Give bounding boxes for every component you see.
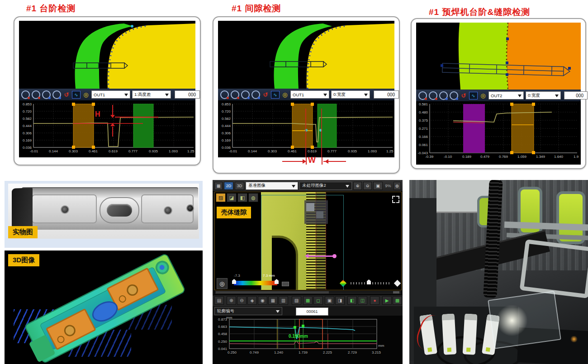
probe-icon[interactable] [21,90,30,99]
profile-number-field[interactable]: 00061 [296,307,328,316]
layers-icon[interactable]: ◎ [82,91,90,98]
tool-button[interactable]: ▩ [303,296,313,305]
output-select[interactable]: OUT1 [290,90,329,99]
mode-select[interactable]: 0:宽度 [331,90,370,99]
panel2-title: #1 间隙检测 [232,3,281,14]
waveform-icon[interactable]: ∿ [271,91,280,99]
chevron-down-icon [518,95,522,99]
tool-button[interactable]: ◉ [258,296,267,305]
tab-3d[interactable]: 3D [235,182,244,190]
tool-button[interactable]: ▥ [279,296,288,305]
view-mode-image-button[interactable]: ▨ [216,193,226,202]
base-image-select[interactable]: 基准图像 [246,182,298,190]
probe-icon[interactable] [220,90,229,99]
zoom-in-icon[interactable]: ⊕ [353,182,362,190]
zoom-in-icon[interactable] [42,90,51,99]
tool-button[interactable]: ▣ [325,296,334,305]
tab-2d[interactable]: 2D [224,182,233,190]
roi-rect-purple[interactable] [463,104,485,153]
y-tick: 0.458 [215,332,227,336]
tool-button[interactable]: ⊕ [227,296,236,305]
view-mode-gradient-button[interactable]: ◧ [237,193,247,202]
tool-button[interactable]: ◧ [347,296,357,305]
x-tick: 2.225 [323,350,332,355]
target-icon[interactable]: ◎ [217,278,228,289]
zoom-out-icon[interactable]: ⊖ [363,182,372,190]
zoom-in-icon[interactable] [241,90,250,99]
probe2-icon[interactable] [429,91,437,100]
metal-bar [22,187,198,230]
scrollbar-thumb[interactable] [216,291,329,293]
chevron-down-icon [292,185,295,189]
scrollbar-corner[interactable] [393,291,399,293]
probe2-icon[interactable] [231,90,239,99]
mode-select[interactable]: 1:高度差 [132,90,171,99]
waveform-icon[interactable]: ∿ [469,92,478,99]
tool-button[interactable]: ◈ [247,296,257,305]
panel1-profile-graph: H 0.853 0.720 0.582 0.444 0.306 0.169 0.… [19,100,195,157]
zoom-out-icon[interactable] [450,91,458,100]
left-arrowhead-icon [322,159,328,164]
view-mode-histogram-button[interactable]: ◪ [227,193,237,202]
machine-photo [409,180,588,364]
value-box[interactable]: 000 [374,90,399,99]
waveform-icon[interactable]: ∿ [72,91,81,99]
user-icon[interactable]: ◍ [394,182,401,190]
layers-icon[interactable]: ◎ [281,91,289,98]
fullscreen-icon[interactable] [392,196,399,203]
opacity-slider-handle[interactable] [367,279,371,284]
zoom-in-icon[interactable] [439,91,448,100]
y-tick: 0.250 [215,340,227,344]
tool-button[interactable]: ▦ [268,296,278,305]
tool-button[interactable]: ▶ [382,296,392,305]
reset-icon[interactable]: ↺ [262,91,269,98]
tool-button[interactable]: ⊖ [237,296,247,305]
white-marker-icon [394,280,401,287]
x-tick: 1.093 [169,149,178,153]
up-arrow-icon [112,127,113,137]
x-tick: 0.749 [250,350,259,355]
roi-rect-orange[interactable] [72,103,95,149]
layers-icon[interactable]: ◎ [479,92,487,99]
record-button[interactable]: ● [370,296,379,305]
tool-button[interactable]: ▩ [393,296,402,305]
value-box[interactable]: 000 [564,91,588,99]
aluminum-bracket [520,239,588,298]
tool-button[interactable]: ◨ [335,296,345,305]
tool-button[interactable]: ◫ [358,296,367,305]
zoom-out-icon[interactable] [52,90,61,99]
x-tick: 0.619 [109,149,118,153]
zoom-fit-icon[interactable]: ▣ [373,182,383,190]
roi-rect-green[interactable] [133,104,153,147]
roi-rect-orange[interactable] [510,103,535,154]
zoom-out-icon[interactable] [251,90,260,99]
profile-number-select[interactable]: 轮廓编号 [214,307,282,315]
tool-button[interactable]: ▨ [292,296,301,305]
x-tick: 0.935 [149,149,158,153]
output-select[interactable]: OUT1 [91,90,130,99]
colorbar-options-button[interactable] [282,282,289,286]
yellow-region [108,24,195,89]
chevron-down-icon [364,94,368,98]
horizontal-scrollbar[interactable] [214,290,402,295]
tool-button[interactable]: ◻ [313,296,323,305]
roi-rect-green[interactable] [318,104,337,147]
tool-button[interactable]: ▤ [214,296,224,305]
roi-rect-orange[interactable] [291,103,314,149]
x-tick: 1.640 [554,155,563,159]
value-box[interactable]: 000 [175,90,200,99]
mode-select[interactable]: 0:宽度 [526,91,561,99]
y-tick: 0.041 [215,347,227,351]
grid-view-icon[interactable]: ▦ [214,182,223,190]
output-select[interactable]: OUT2 [488,91,524,99]
probe2-icon[interactable] [32,90,40,99]
reset-icon[interactable]: ↺ [460,92,467,99]
reset-icon[interactable]: ↺ [63,91,70,98]
probe-icon[interactable] [418,91,427,100]
view-mode-profile-button[interactable]: ◍ [248,193,258,202]
y-tick: 0.061 [416,143,428,147]
panel1-card: ↺ ∿ ◎ OUT1 1:高度差 000 [14,16,201,165]
raw-image-select[interactable]: 未处理图像2 [299,182,352,190]
colorbar-handle-min[interactable] [232,279,236,284]
height-colorbar[interactable] [234,281,277,285]
